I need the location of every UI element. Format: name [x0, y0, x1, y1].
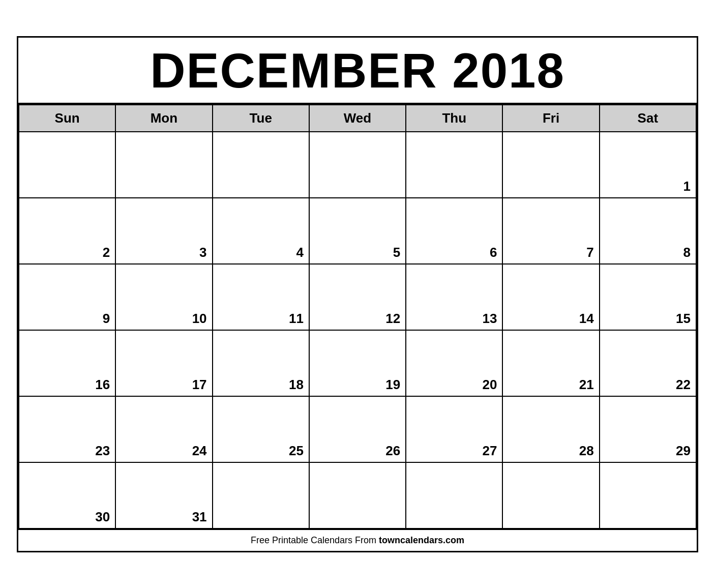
day-number: 3	[121, 245, 206, 260]
day-cell: 13	[406, 264, 502, 330]
day-number: 4	[218, 245, 304, 260]
calendar-container: DECEMBER 2018 SunMonTueWedThuFriSat 1234…	[17, 36, 698, 552]
week-row-5: 3031	[19, 462, 696, 528]
day-header-fri: Fri	[502, 105, 599, 132]
day-cell: 17	[115, 330, 212, 396]
day-cell: 15	[600, 264, 696, 330]
day-number: 18	[218, 377, 304, 393]
day-cell: 10	[115, 264, 212, 330]
day-cell	[600, 462, 696, 528]
day-number: 19	[315, 377, 400, 393]
day-number: 10	[121, 311, 206, 327]
day-number: 24	[121, 443, 206, 459]
day-cell: 2	[19, 198, 115, 264]
day-headers-row: SunMonTueWedThuFriSat	[19, 105, 696, 132]
footer: Free Printable Calendars From towncalend…	[18, 529, 697, 551]
day-cell	[502, 462, 599, 528]
day-cell: 18	[213, 330, 309, 396]
day-cell: 21	[502, 330, 599, 396]
week-row-3: 16171819202122	[19, 330, 696, 396]
day-cell: 23	[19, 396, 115, 462]
day-header-sun: Sun	[19, 105, 115, 132]
day-cell: 31	[115, 462, 212, 528]
day-cell	[406, 462, 502, 528]
day-number: 15	[605, 311, 691, 327]
week-row-4: 23242526272829	[19, 396, 696, 462]
day-cell: 16	[19, 330, 115, 396]
day-cell: 12	[309, 264, 406, 330]
day-number: 21	[508, 377, 593, 393]
day-cell	[309, 132, 406, 198]
footer-bold: towncalendars.com	[379, 535, 464, 545]
day-cell: 4	[213, 198, 309, 264]
day-cell: 29	[600, 396, 696, 462]
day-cell: 26	[309, 396, 406, 462]
week-row-1: 2345678	[19, 198, 696, 264]
day-cell: 22	[600, 330, 696, 396]
day-number: 2	[24, 245, 110, 260]
day-number: 28	[508, 443, 593, 459]
day-cell	[406, 132, 502, 198]
day-cell: 25	[213, 396, 309, 462]
day-cell: 27	[406, 396, 502, 462]
day-cell: 14	[502, 264, 599, 330]
day-header-thu: Thu	[406, 105, 502, 132]
calendar-title: DECEMBER 2018	[18, 38, 697, 104]
day-number: 27	[411, 443, 497, 459]
day-number: 5	[315, 245, 400, 260]
day-cell	[115, 132, 212, 198]
day-number: 7	[508, 245, 593, 260]
day-number: 22	[605, 377, 691, 393]
day-cell: 7	[502, 198, 599, 264]
day-cell: 19	[309, 330, 406, 396]
day-number: 12	[315, 311, 400, 327]
day-number: 1	[605, 179, 691, 194]
day-number: 29	[605, 443, 691, 459]
day-number: 9	[24, 311, 110, 327]
day-cell: 8	[600, 198, 696, 264]
day-cell: 30	[19, 462, 115, 528]
day-cell: 24	[115, 396, 212, 462]
day-number: 14	[508, 311, 593, 327]
day-number: 8	[605, 245, 691, 260]
day-number: 26	[315, 443, 400, 459]
day-number: 25	[218, 443, 304, 459]
week-row-0: 1	[19, 132, 696, 198]
day-number: 30	[24, 509, 110, 525]
calendar-grid: SunMonTueWedThuFriSat 123456789101112131…	[18, 104, 697, 529]
day-cell: 3	[115, 198, 212, 264]
day-number: 6	[411, 245, 497, 260]
day-cell: 6	[406, 198, 502, 264]
day-cell	[213, 132, 309, 198]
day-cell: 1	[600, 132, 696, 198]
day-number: 17	[121, 377, 206, 393]
week-row-2: 9101112131415	[19, 264, 696, 330]
day-header-wed: Wed	[309, 105, 406, 132]
day-cell	[19, 132, 115, 198]
day-cell: 20	[406, 330, 502, 396]
day-number: 11	[218, 311, 304, 327]
day-number: 16	[24, 377, 110, 393]
day-header-mon: Mon	[115, 105, 212, 132]
day-number: 20	[411, 377, 497, 393]
day-cell: 5	[309, 198, 406, 264]
day-cell: 9	[19, 264, 115, 330]
day-cell	[309, 462, 406, 528]
day-number: 13	[411, 311, 497, 327]
day-header-sat: Sat	[600, 105, 696, 132]
footer-text: Free Printable Calendars From	[251, 535, 379, 545]
day-number: 23	[24, 443, 110, 459]
day-cell	[213, 462, 309, 528]
day-number: 31	[121, 509, 206, 525]
day-header-tue: Tue	[213, 105, 309, 132]
day-cell: 11	[213, 264, 309, 330]
day-cell: 28	[502, 396, 599, 462]
day-cell	[502, 132, 599, 198]
